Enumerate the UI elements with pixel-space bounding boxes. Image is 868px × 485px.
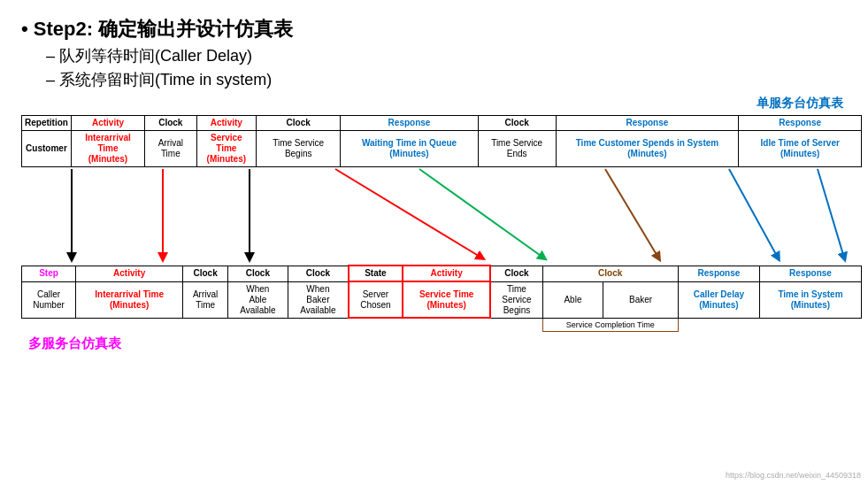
btd-time-service-begins: TimeServiceBegins — [490, 281, 542, 318]
sub-line-2: – 系统停留时间(Time in system) — [46, 68, 847, 92]
watermark: https://blog.csdn.net/weixin_44509318 — [726, 471, 861, 480]
btd-baker: Baker — [603, 281, 679, 318]
svg-line-4 — [419, 169, 543, 258]
top-header-row2: Customer Interarrival Time(Minutes) Arri… — [22, 131, 862, 167]
bth-clock5: Clock — [542, 266, 678, 281]
top-header-row1: Repetition Activity Clock Activity Clock… — [22, 116, 862, 131]
btd-when-baker: WhenBakerAvailable — [288, 281, 349, 318]
td-time-customer-spends: Time Customer Spends in System (Minutes) — [556, 131, 739, 167]
svg-line-5 — [605, 169, 658, 258]
bth-activity: Activity — [76, 266, 183, 281]
bth-step: Step — [22, 266, 76, 281]
th-response1: Response — [341, 116, 479, 131]
bullet: • — [21, 18, 28, 40]
top-table: Repetition Activity Clock Activity Clock… — [21, 115, 862, 167]
bth-state: State — [349, 266, 403, 281]
th-clock2: Clock — [257, 116, 341, 131]
svg-line-3 — [335, 169, 481, 258]
bth-clock4: Clock — [490, 266, 542, 281]
td-service-time: Service Time(Minutes) — [196, 131, 257, 167]
btd-arrival-time: ArrivalTime — [183, 281, 228, 318]
th-activity2: Activity — [196, 116, 257, 131]
btd-caller-delay: Caller Delay(Minutes) — [678, 281, 759, 318]
arrows-svg — [21, 167, 862, 265]
th-clock1: Clock — [145, 116, 196, 131]
step-title: Step2: 确定输出并设计仿真表 — [34, 18, 293, 40]
btd-server-chosen: ServerChosen — [349, 281, 403, 318]
bottom-header-row2: CallerNumber Interarrival Time(Minutes) … — [22, 281, 862, 318]
bth-activity2: Activity — [403, 266, 491, 281]
btd-service-time: Service Time(Minutes) — [403, 281, 491, 318]
th-response3: Response — [739, 116, 862, 131]
bth-response2: Response — [759, 266, 861, 281]
btd-service-completion: Service Completion Time — [542, 318, 678, 332]
svg-line-7 — [818, 169, 844, 258]
svg-line-6 — [729, 169, 778, 258]
bth-response1: Response — [678, 266, 759, 281]
single-service-label: 单服务台仿真表 — [21, 96, 843, 112]
th-clock3: Clock — [478, 116, 556, 131]
td-waiting-time: Waiting Time in Queue (Minutes) — [341, 131, 479, 167]
td-idle-time: Idle Time of Server (Minutes) — [739, 131, 862, 167]
td-time-service-begins: Time Service Begins — [257, 131, 341, 167]
td-customer: Customer — [22, 131, 72, 167]
bth-clock3: Clock — [288, 266, 349, 281]
th-repetition: Repetition — [22, 116, 72, 131]
btd-time-in-system: Time in System(Minutes) — [759, 281, 861, 318]
th-response2: Response — [556, 116, 739, 131]
btd-caller-number: CallerNumber — [22, 281, 76, 318]
bottom-table: Step Activity Clock Clock Clock State Ac… — [21, 265, 862, 332]
th-activity1: Activity — [71, 116, 144, 131]
td-time-service-ends: Time Service Ends — [478, 131, 556, 167]
bth-clock2: Clock — [227, 266, 288, 281]
bth-clock1: Clock — [183, 266, 228, 281]
btd-able: Able — [542, 281, 603, 318]
btd-interarrival: Interarrival Time(Minutes) — [76, 281, 183, 318]
sub-line-1: – 队列等待时间(Caller Delay) — [46, 44, 847, 68]
bottom-subheader-row: Service Completion Time — [22, 318, 862, 332]
btd-when-able: WhenAbleAvailable — [227, 281, 288, 318]
title-line1: • Step2: 确定输出并设计仿真表 — [21, 16, 847, 42]
td-arrival-time: Arrival Time — [145, 131, 196, 167]
td-interarrival: Interarrival Time(Minutes) — [71, 131, 144, 167]
bottom-header-row1: Step Activity Clock Clock Clock State Ac… — [22, 266, 862, 281]
slide-container: • Step2: 确定输出并设计仿真表 – 队列等待时间(Caller Dela… — [0, 0, 868, 485]
title-section: • Step2: 确定输出并设计仿真表 – 队列等待时间(Caller Dela… — [21, 16, 847, 92]
tables-section: Repetition Activity Clock Activity Clock… — [21, 115, 847, 352]
multi-service-label: 多服务台仿真表 — [28, 335, 847, 352]
